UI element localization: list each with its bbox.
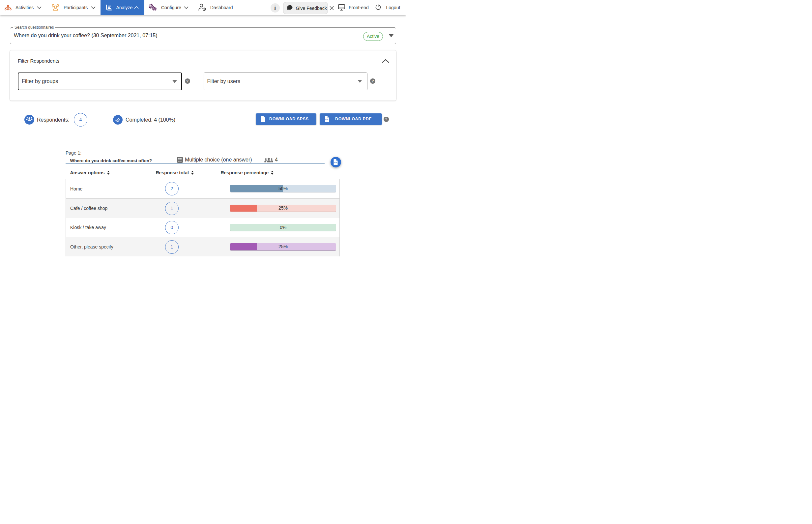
svg-text:PDF: PDF bbox=[325, 119, 329, 120]
svg-text:PDF: PDF bbox=[334, 162, 337, 163]
